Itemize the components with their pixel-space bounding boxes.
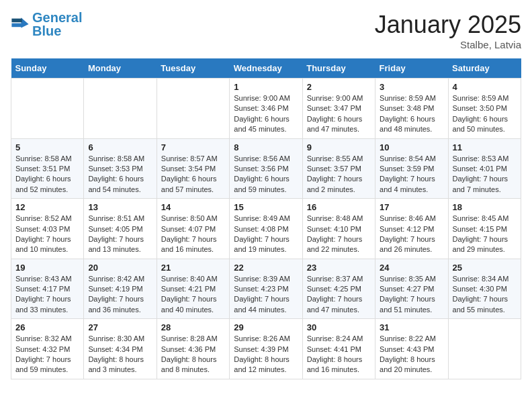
- day-info: Sunrise: 8:56 AMSunset: 3:56 PMDaylight:…: [234, 154, 298, 195]
- logo-text1: General: [32, 10, 82, 25]
- day-number: 25: [453, 263, 517, 273]
- day-number: 9: [307, 142, 371, 152]
- day-number: 16: [307, 202, 371, 212]
- day-number: 10: [380, 142, 443, 152]
- calendar-cell: 22Sunrise: 8:39 AMSunset: 4:23 PMDayligh…: [230, 259, 302, 319]
- day-number: 22: [234, 263, 298, 273]
- day-info: Sunrise: 8:43 AMSunset: 4:17 PMDaylight:…: [15, 274, 79, 316]
- calendar-cell: 7Sunrise: 8:57 AMSunset: 3:54 PMDaylight…: [157, 138, 229, 199]
- location: Stalbe, Latvia: [375, 39, 521, 50]
- day-number: 3: [380, 82, 443, 92]
- calendar-cell: [84, 79, 157, 139]
- day-info: Sunrise: 8:49 AMSunset: 4:08 PMDaylight:…: [234, 214, 298, 255]
- calendar-cell: 14Sunrise: 8:50 AMSunset: 4:07 PMDayligh…: [157, 199, 229, 259]
- calendar-cell: 31Sunrise: 8:22 AMSunset: 4:43 PMDayligh…: [375, 319, 448, 379]
- calendar-cell: 12Sunrise: 8:52 AMSunset: 4:03 PMDayligh…: [11, 199, 84, 259]
- day-info: Sunrise: 8:53 AMSunset: 4:01 PMDaylight:…: [453, 154, 517, 195]
- day-info: Sunrise: 8:45 AMSunset: 4:15 PMDaylight:…: [453, 214, 517, 255]
- day-info: Sunrise: 8:59 AMSunset: 3:48 PMDaylight:…: [380, 93, 443, 135]
- day-number: 4: [453, 82, 517, 92]
- day-number: 8: [234, 142, 298, 152]
- calendar-header-monday: Monday: [84, 58, 157, 79]
- calendar-cell: 24Sunrise: 8:35 AMSunset: 4:27 PMDayligh…: [375, 259, 448, 319]
- logo-text: General Blue: [32, 11, 82, 38]
- month-title: January 2025: [375, 11, 521, 39]
- day-info: Sunrise: 8:35 AMSunset: 4:27 PMDaylight:…: [380, 274, 443, 316]
- day-number: 14: [161, 202, 225, 212]
- day-number: 5: [15, 142, 79, 152]
- calendar-cell: 6Sunrise: 8:58 AMSunset: 3:53 PMDaylight…: [84, 138, 157, 199]
- day-number: 6: [88, 142, 152, 152]
- day-info: Sunrise: 8:46 AMSunset: 4:12 PMDaylight:…: [380, 214, 443, 255]
- calendar-cell: [11, 79, 84, 139]
- calendar-cell: 29Sunrise: 8:26 AMSunset: 4:39 PMDayligh…: [230, 319, 302, 379]
- calendar-cell: 25Sunrise: 8:34 AMSunset: 4:30 PMDayligh…: [448, 259, 521, 319]
- day-number: 7: [161, 142, 225, 152]
- day-info: Sunrise: 8:28 AMSunset: 4:36 PMDaylight:…: [161, 334, 225, 375]
- day-info: Sunrise: 8:34 AMSunset: 4:30 PMDaylight:…: [453, 274, 517, 316]
- day-number: 12: [15, 202, 79, 212]
- calendar-cell: 11Sunrise: 8:53 AMSunset: 4:01 PMDayligh…: [448, 138, 521, 199]
- calendar-cell: [448, 319, 521, 379]
- day-info: Sunrise: 9:00 AMSunset: 3:46 PMDaylight:…: [234, 93, 298, 135]
- page-header: General Blue January 2025 Stalbe, Latvia: [11, 11, 521, 50]
- calendar-cell: 21Sunrise: 8:40 AMSunset: 4:21 PMDayligh…: [157, 259, 229, 319]
- day-info: Sunrise: 8:59 AMSunset: 3:50 PMDaylight:…: [453, 93, 517, 135]
- calendar-cell: 16Sunrise: 8:48 AMSunset: 4:10 PMDayligh…: [302, 199, 375, 259]
- calendar-week-row: 26Sunrise: 8:32 AMSunset: 4:32 PMDayligh…: [11, 319, 521, 379]
- calendar-cell: 28Sunrise: 8:28 AMSunset: 4:36 PMDayligh…: [157, 319, 229, 379]
- day-number: 13: [88, 202, 152, 212]
- calendar-cell: 19Sunrise: 8:43 AMSunset: 4:17 PMDayligh…: [11, 259, 84, 319]
- calendar-header-sunday: Sunday: [11, 58, 84, 79]
- day-info: Sunrise: 8:52 AMSunset: 4:03 PMDaylight:…: [15, 214, 79, 255]
- calendar-cell: 9Sunrise: 8:55 AMSunset: 3:57 PMDaylight…: [302, 138, 375, 199]
- day-number: 2: [307, 82, 371, 92]
- calendar-cell: 8Sunrise: 8:56 AMSunset: 3:56 PMDaylight…: [230, 138, 302, 199]
- day-info: Sunrise: 8:24 AMSunset: 4:41 PMDaylight:…: [307, 334, 371, 375]
- calendar-cell: 18Sunrise: 8:45 AMSunset: 4:15 PMDayligh…: [448, 199, 521, 259]
- day-info: Sunrise: 8:37 AMSunset: 4:25 PMDaylight:…: [307, 274, 371, 316]
- calendar-cell: 20Sunrise: 8:42 AMSunset: 4:19 PMDayligh…: [84, 259, 157, 319]
- day-number: 24: [380, 263, 443, 273]
- calendar-header-wednesday: Wednesday: [230, 58, 302, 79]
- calendar-header-row: SundayMondayTuesdayWednesdayThursdayFrid…: [11, 58, 521, 79]
- day-number: 29: [234, 322, 298, 332]
- calendar-cell: 26Sunrise: 8:32 AMSunset: 4:32 PMDayligh…: [11, 319, 84, 379]
- day-number: 17: [380, 202, 443, 212]
- day-info: Sunrise: 8:58 AMSunset: 3:53 PMDaylight:…: [88, 154, 152, 195]
- calendar-header-tuesday: Tuesday: [157, 58, 229, 79]
- calendar-cell: 15Sunrise: 8:49 AMSunset: 4:08 PMDayligh…: [230, 199, 302, 259]
- day-info: Sunrise: 8:51 AMSunset: 4:05 PMDaylight:…: [88, 214, 152, 255]
- calendar-cell: 17Sunrise: 8:46 AMSunset: 4:12 PMDayligh…: [375, 199, 448, 259]
- calendar-week-row: 12Sunrise: 8:52 AMSunset: 4:03 PMDayligh…: [11, 199, 521, 259]
- day-info: Sunrise: 8:58 AMSunset: 3:51 PMDaylight:…: [15, 154, 79, 195]
- calendar-cell: 2Sunrise: 9:00 AMSunset: 3:47 PMDaylight…: [302, 79, 375, 139]
- day-number: 18: [453, 202, 517, 212]
- day-number: 23: [307, 263, 371, 273]
- title-block: January 2025 Stalbe, Latvia: [375, 11, 521, 50]
- day-info: Sunrise: 8:32 AMSunset: 4:32 PMDaylight:…: [15, 334, 79, 375]
- calendar-cell: 13Sunrise: 8:51 AMSunset: 4:05 PMDayligh…: [84, 199, 157, 259]
- svg-rect-2: [11, 19, 21, 23]
- calendar-cell: 30Sunrise: 8:24 AMSunset: 4:41 PMDayligh…: [302, 319, 375, 379]
- calendar-cell: [157, 79, 229, 139]
- calendar-week-row: 19Sunrise: 8:43 AMSunset: 4:17 PMDayligh…: [11, 259, 521, 319]
- calendar-header-thursday: Thursday: [302, 58, 375, 79]
- day-info: Sunrise: 8:42 AMSunset: 4:19 PMDaylight:…: [88, 274, 152, 316]
- day-info: Sunrise: 8:50 AMSunset: 4:07 PMDaylight:…: [161, 214, 225, 255]
- day-number: 28: [161, 322, 225, 332]
- day-info: Sunrise: 8:40 AMSunset: 4:21 PMDaylight:…: [161, 274, 225, 316]
- calendar-header-saturday: Saturday: [448, 58, 521, 79]
- calendar-cell: 3Sunrise: 8:59 AMSunset: 3:48 PMDaylight…: [375, 79, 448, 139]
- day-info: Sunrise: 8:30 AMSunset: 4:34 PMDaylight:…: [88, 334, 152, 375]
- calendar-cell: 27Sunrise: 8:30 AMSunset: 4:34 PMDayligh…: [84, 319, 157, 379]
- day-number: 27: [88, 322, 152, 332]
- day-number: 26: [15, 322, 79, 332]
- calendar-cell: 4Sunrise: 8:59 AMSunset: 3:50 PMDaylight…: [448, 79, 521, 139]
- day-info: Sunrise: 9:00 AMSunset: 3:47 PMDaylight:…: [307, 93, 371, 135]
- day-number: 31: [380, 322, 443, 332]
- day-number: 1: [234, 82, 298, 92]
- day-number: 11: [453, 142, 517, 152]
- logo-icon: [11, 15, 30, 34]
- day-info: Sunrise: 8:55 AMSunset: 3:57 PMDaylight:…: [307, 154, 371, 195]
